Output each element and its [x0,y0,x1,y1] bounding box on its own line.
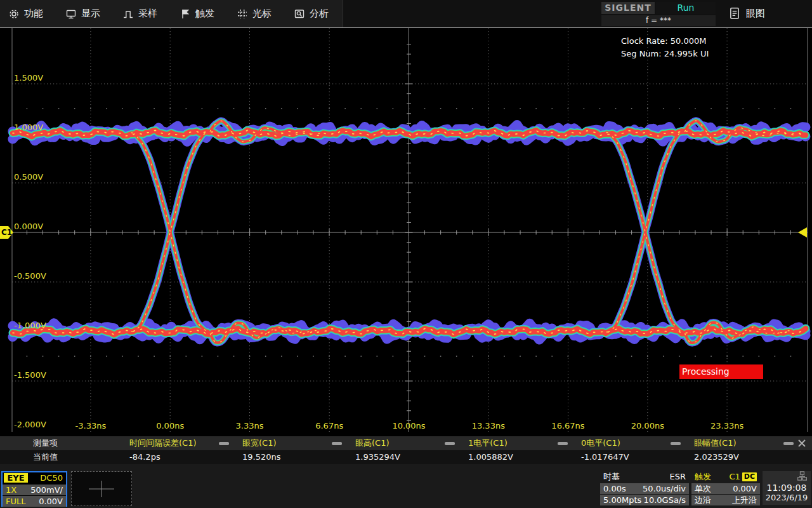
y-axis-label: 1.500V [14,73,43,83]
collapse-measurement-button[interactable] [558,442,568,445]
segment-count-readout: Seg Num: 24.995k UI [621,49,709,58]
current-value-label: 当前值 [33,450,58,464]
channel-bandwidth: FULL [6,496,25,507]
trigger-slope: 上升沿 [732,495,757,505]
memory-depth: 5.00Mpts [603,495,641,505]
trigger-type: 边沿 [695,495,711,505]
collapse-measurement-button[interactable] [783,442,794,445]
measurement-column-label: 眼高(C1) [355,436,390,450]
collapse-measurement-button[interactable] [445,442,455,445]
trigger-level-marker[interactable] [798,227,807,237]
menu-label: 触发 [195,8,214,20]
display-icon [65,8,77,20]
y-axis-label: 0.500V [14,172,43,182]
clock-rate-readout: Clock Rate: 50.000M [621,36,706,46]
run-state-button[interactable]: Run [656,2,716,14]
y-axis-label: 1.000V [14,123,43,132]
x-axis-label: 0.00ns [156,421,184,431]
collapse-measurement-button[interactable] [219,442,229,445]
datetime-panel[interactable]: 11:09:08 2023/6/19 [763,471,811,505]
measurement-column-value: 1.935294V [355,450,400,464]
y-axis-label: -0.500V [14,271,46,281]
menu-button-display[interactable]: 显示 [57,0,115,27]
x-axis-label: 3.33ns [236,421,264,431]
system-date: 2023/6/19 [763,493,811,502]
menu-button-gear[interactable]: 功能 [0,0,58,27]
trigger-descriptor-box[interactable]: 触发 C1DC 单次 0.00V 边沿 上升沿 [691,471,760,505]
timebase-title: 时基 [603,471,620,482]
measurement-header-row: 测量项 时间间隔误差(C1)眼宽(C1)眼高(C1)1电平(C1)0电平(C1)… [0,436,812,450]
measurement-table: 测量项 时间间隔误差(C1)眼宽(C1)眼高(C1)1电平(C1)0电平(C1)… [0,436,812,464]
channel-impedance: DC50 [40,472,63,483]
oscilloscope-screen: { "menu": {"items": [ {"label": "功能", "i… [0,0,812,508]
trigger-mode: 单次 [695,483,711,494]
measurement-item-header: 测量项 [33,436,58,450]
timebase-descriptor-box[interactable]: 时基 ESR 0.00s 50.0us/div 5.00Mpts 10.0GSa… [600,471,689,505]
trigger-source: C1 [729,472,740,481]
y-axis-label: -1.500V [14,370,46,380]
menu-button-sampling[interactable]: 采样 [114,0,172,27]
timebase-delay: 0.00s [603,483,626,494]
timebase-mode: ESR [670,471,686,482]
channel-offset: 0.00V [39,496,63,507]
measurement-column-value: 2.023529V [694,450,739,464]
trigger-title: 触发 [695,471,711,482]
y-axis-label: -1.000V [14,321,46,330]
trigger-frequency-readout: f = *** [601,15,716,26]
menu-label: 光标 [252,8,272,20]
measurement-column-label: 眼宽(C1) [242,436,277,450]
trigger-level: 0.00V [733,483,757,494]
measurement-column-label: 1电平(C1) [468,436,508,450]
top-menu-bar: 功能显示采样触发光标分析 SIGLENT Run f = *** 眼图 [0,0,812,28]
x-axis-label: 16.67ns [551,421,584,431]
measurement-value-row: 当前值 -84.2ps19.520ns1.935294V1.005882V-1.… [0,450,812,464]
collapse-measurement-button[interactable] [332,442,342,445]
trigger-source-coupling: C1DC [729,471,757,482]
channel-scale: 500mV/ [30,485,63,495]
sampling-icon [122,8,134,20]
cursor-icon [237,8,248,20]
sample-rate: 10.0GSa/s [644,495,686,505]
measurement-column-value: -1.017647V [581,450,629,464]
close-measurements-button[interactable] [797,438,807,448]
lan-status-icon [763,471,811,481]
system-time: 11:09:08 [763,483,811,493]
y-axis-label: 0.000V [14,222,43,231]
x-axis-label: 10.00ns [392,421,425,431]
brand-logo: SIGLENT [601,2,655,14]
menu-label: 功能 [24,8,43,20]
gear-icon [8,8,20,20]
menu-button-cursor[interactable]: 光标 [228,0,286,27]
measurement-column-label: 时间间隔误差(C1) [129,436,197,450]
x-axis-label: 20.00ns [631,421,664,431]
menu-label: 采样 [138,8,157,20]
menu-button-trigger-flag[interactable]: 触发 [171,0,229,27]
x-axis-label: 23.33ns [710,421,743,431]
eye-diagram-plot [0,0,812,508]
trigger-flag-icon [180,8,191,20]
channel-name-badge: EYE [4,473,28,483]
plus-crosshair-icon [88,479,115,498]
measurement-column-value: -84.2ps [129,450,160,464]
timebase-scale: 50.0us/div [643,483,686,494]
add-channel-box[interactable] [71,471,132,506]
measurement-column-label: 眼幅值(C1) [694,436,737,450]
menu-label: 显示 [81,8,100,20]
processing-status-badge: Processing [679,364,763,379]
x-axis-label: -3.33ns [75,421,107,431]
menu-label: 分析 [310,8,329,20]
measurement-column-label: 0电平(C1) [581,436,620,450]
collapse-measurement-button[interactable] [671,442,681,445]
channel-attenuation: 1X [6,485,16,495]
channel-descriptor-box[interactable]: EYE DC50 1X 500mV/ FULL 0.00V [1,471,67,507]
active-app-label[interactable]: 眼图 [746,8,765,20]
x-axis-label: 6.67ns [315,421,343,431]
bottom-status-bar: EYE DC50 1X 500mV/ FULL 0.00V 时基 ESR 0.0… [0,464,812,508]
measurement-column-value: 1.005882V [468,450,513,464]
eye-diagram-app-icon [728,7,741,20]
trigger-coupling-badge: DC [742,472,757,481]
measurement-column-value: 19.520ns [242,450,281,464]
menu-button-analysis[interactable]: 分析 [285,0,343,27]
analysis-icon [294,8,305,20]
x-axis-label: 13.33ns [472,421,505,431]
